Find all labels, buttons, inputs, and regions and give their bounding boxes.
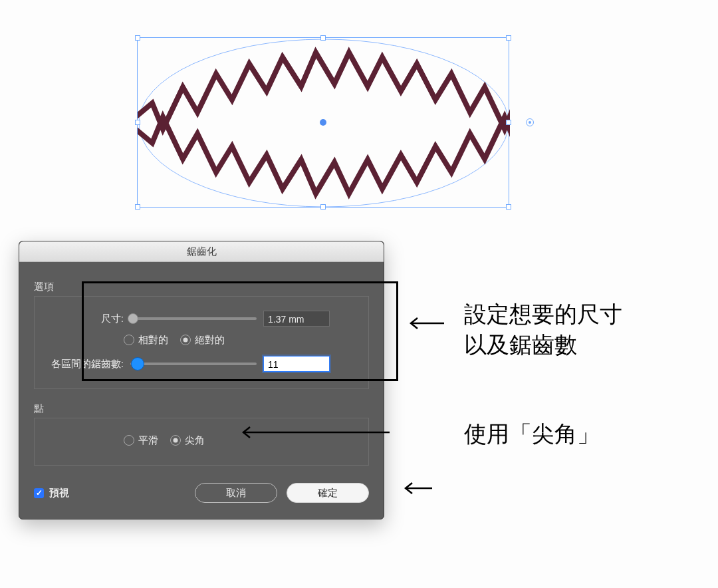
ridges-slider[interactable] xyxy=(130,363,257,365)
selection-handle[interactable] xyxy=(506,120,511,125)
radio-relative[interactable]: 相對的 xyxy=(124,334,168,347)
radio-icon xyxy=(124,435,134,446)
zigzag-dialog: 鋸齒化 選項 尺寸: 1.37 mm 相對的 絕對的 xyxy=(19,241,384,519)
size-slider[interactable] xyxy=(130,317,257,320)
radio-icon xyxy=(124,335,134,345)
selection-handle[interactable] xyxy=(135,35,140,41)
selection-bounding-box[interactable] xyxy=(137,37,509,208)
artboard xyxy=(0,0,718,239)
annotation-corner-note: 使用「尖角」 xyxy=(464,419,600,450)
size-mode-row: 相對的 絕對的 xyxy=(44,331,359,349)
rotation-pivot-icon[interactable] xyxy=(526,118,534,126)
selection-center-icon xyxy=(320,119,326,126)
preview-label: 預視 xyxy=(49,487,69,500)
radio-corner-label: 尖角 xyxy=(185,434,205,447)
size-slider-knob[interactable] xyxy=(128,313,138,324)
options-section-title: 選項 xyxy=(34,281,369,293)
ridges-input[interactable]: 11 xyxy=(263,356,330,372)
ridges-label: 各區間的鋸齒數: xyxy=(44,358,130,370)
selection-handle[interactable] xyxy=(506,204,511,210)
ridges-row: 各區間的鋸齒數: 11 xyxy=(44,355,359,372)
preview-checkbox[interactable]: ✓ 預視 xyxy=(34,487,69,500)
selection-handle[interactable] xyxy=(320,204,326,210)
arrow-left-icon xyxy=(238,424,391,440)
options-panel: 尺寸: 1.37 mm 相對的 絕對的 各區間的鋸齒數: xyxy=(34,296,369,389)
radio-smooth[interactable]: 平滑 xyxy=(124,434,158,447)
radio-absolute[interactable]: 絕對的 xyxy=(180,334,225,347)
size-row: 尺寸: 1.37 mm xyxy=(44,310,359,327)
ridges-slider-knob[interactable] xyxy=(131,357,144,370)
cancel-button[interactable]: 取消 xyxy=(195,483,277,503)
radio-corner[interactable]: 尖角 xyxy=(170,434,205,447)
dialog-body: 選項 尺寸: 1.37 mm 相對的 絕對的 xyxy=(19,262,384,519)
dialog-footer: ✓ 預視 取消 確定 xyxy=(34,483,369,503)
selection-handle[interactable] xyxy=(135,120,140,125)
annotation-text: 設定想要的尺寸 xyxy=(464,301,622,327)
arrow-left-icon xyxy=(400,480,433,496)
annotation-text: 以及鋸齒數 xyxy=(464,332,577,357)
radio-icon xyxy=(180,335,191,345)
dialog-title: 鋸齒化 xyxy=(19,241,384,262)
arrow-left-icon xyxy=(406,315,445,331)
size-label: 尺寸: xyxy=(44,313,130,325)
radio-absolute-label: 絕對的 xyxy=(195,334,225,347)
radio-smooth-label: 平滑 xyxy=(138,434,158,447)
checkmark-icon: ✓ xyxy=(34,488,44,498)
selection-handle[interactable] xyxy=(320,35,326,41)
radio-icon xyxy=(170,435,181,446)
annotation-size-note: 設定想要的尺寸 以及鋸齒數 xyxy=(464,299,622,361)
points-section-title: 點 xyxy=(34,402,369,415)
selection-handle[interactable] xyxy=(135,204,140,210)
selection-handle[interactable] xyxy=(506,35,511,41)
radio-relative-label: 相對的 xyxy=(138,334,168,347)
ok-button[interactable]: 確定 xyxy=(287,483,369,503)
size-input[interactable]: 1.37 mm xyxy=(263,311,330,327)
